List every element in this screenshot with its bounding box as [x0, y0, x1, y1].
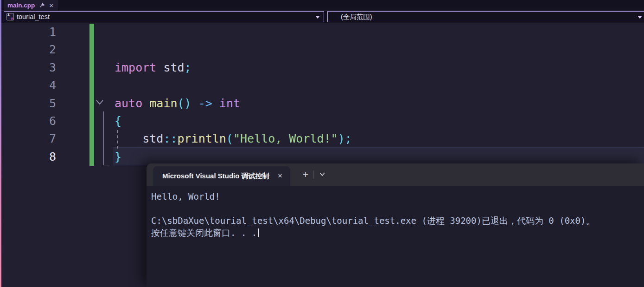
file-tab-bar: main.cpp × [0, 0, 644, 10]
terminal-tab[interactable]: Microsoft Visual Studio 调试控制台 × [153, 166, 290, 186]
change-tracking-bar [89, 24, 94, 166]
current-line-highlight [113, 147, 644, 165]
line-number: 7 [0, 130, 56, 148]
terminal-output[interactable]: Hello, World!C:\sbDaXue\tourial_test\x64… [151, 190, 644, 287]
vs-editor-window: main.cpp × ++ tourial_test (全局范围) [0, 0, 644, 287]
terminal-line: 按任意键关闭此窗口. . . [151, 227, 644, 239]
chevron-down-icon[interactable] [315, 16, 320, 19]
line-number: 8 [0, 148, 56, 166]
chevron-down-icon[interactable] [319, 172, 325, 176]
line-number: 4 [0, 77, 56, 95]
terminal-line: C:\sbDaXue\tourial_test\x64\Debug\touria… [151, 215, 644, 227]
navigation-bar: ++ tourial_test (全局范围) [0, 11, 644, 23]
code-line[interactable]: { [115, 112, 121, 130]
project-dropdown-value: tourial_test [17, 13, 50, 20]
project-dropdown[interactable]: ++ tourial_test [4, 11, 324, 22]
debug-console-window[interactable]: Microsoft Visual Studio 调试控制台 × + Hello,… [147, 163, 644, 287]
pin-icon[interactable] [39, 2, 45, 8]
indent-guide-tick [103, 165, 110, 166]
line-number: 3 [0, 59, 56, 77]
terminal-line: Hello, World! [151, 190, 644, 202]
tab-main-cpp[interactable]: main.cpp × [4, 0, 58, 10]
fold-chevron-icon[interactable] [95, 98, 104, 106]
code-line[interactable]: import std; [115, 59, 191, 77]
line-number: 1 [0, 23, 56, 41]
terminal-line [151, 202, 644, 215]
line-number: 6 [0, 112, 56, 130]
line-number: 2 [0, 41, 56, 59]
code-line[interactable]: } [115, 148, 121, 166]
code-line[interactable]: auto main() -> int [115, 95, 240, 113]
chevron-down-icon[interactable] [638, 16, 642, 19]
terminal-tab-title: Microsoft Visual Studio 调试控制台 [162, 172, 270, 181]
close-icon[interactable]: × [49, 2, 53, 8]
cpp-project-icon: ++ [6, 13, 14, 20]
close-icon[interactable]: × [274, 170, 286, 182]
code-line[interactable]: std::println("Hello, World!"); [115, 130, 352, 148]
window-edge-accent [0, 0, 1, 287]
toolbar-divider [313, 170, 314, 179]
indent-guide [103, 111, 104, 165]
scope-dropdown-value: (全局范围) [341, 13, 372, 21]
new-tab-button[interactable]: + [300, 169, 312, 181]
text-cursor [258, 228, 259, 237]
scope-dropdown[interactable]: (全局范围) [327, 11, 644, 22]
file-tab-label: main.cpp [7, 2, 35, 9]
terminal-title-bar[interactable]: Microsoft Visual Studio 调试控制台 × + [147, 163, 644, 186]
line-number: 5 [0, 95, 56, 113]
